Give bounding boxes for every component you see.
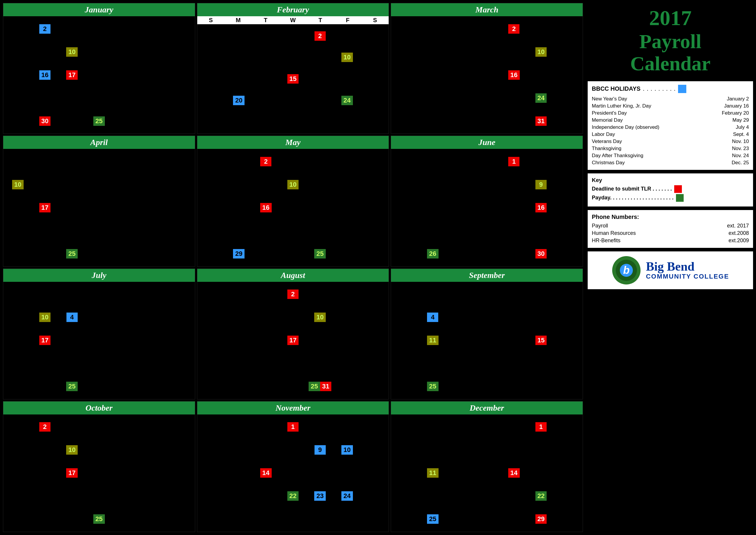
cal-cell	[225, 329, 252, 352]
cal-cell	[554, 375, 581, 398]
cal-cell	[334, 173, 361, 196]
cal-cell: 17	[280, 329, 307, 352]
month-february: FebruarySMTWTFS210152024	[197, 3, 389, 134]
cal-cell	[253, 329, 279, 352]
title-payroll: Payroll	[591, 30, 750, 53]
date-badge: 10	[12, 180, 23, 189]
cal-cell	[500, 196, 527, 219]
cal-cell: 1	[528, 416, 554, 438]
cal-cell	[199, 196, 225, 219]
holiday-row: Martin Luther King, Jr. DayJanuary 16	[592, 102, 749, 110]
date-badge: 29	[233, 249, 244, 259]
month-grid: 11114222529	[391, 414, 583, 532]
date-badge: 17	[39, 336, 50, 345]
cal-cell: 17	[59, 64, 85, 86]
cal-cell: 16	[528, 196, 554, 219]
cal-cell	[167, 462, 194, 485]
cal-cell	[419, 439, 446, 462]
deadline-square	[674, 185, 682, 193]
cal-cell	[554, 41, 581, 63]
cal-cell	[528, 439, 554, 462]
cal-cell: 25	[86, 110, 113, 132]
cal-cell	[419, 110, 446, 132]
cal-cell	[86, 150, 113, 173]
cal-cell	[554, 416, 581, 438]
cal-cell	[307, 150, 334, 173]
date-badge: 25	[427, 514, 438, 524]
cal-cell: 9	[528, 173, 554, 196]
cal-cell	[199, 508, 225, 531]
cal-cell	[500, 173, 527, 196]
cal-cell	[334, 150, 361, 173]
cal-cell	[113, 375, 140, 398]
cal-cell	[280, 111, 307, 133]
cal-cell	[280, 462, 307, 485]
holiday-name: Martin Luther King, Jr. Day	[592, 103, 651, 109]
cal-cell	[86, 462, 113, 485]
date-badge: 1	[535, 422, 547, 432]
cal-cell	[392, 462, 419, 485]
date-badge: 14	[260, 468, 271, 478]
cal-cell	[253, 173, 279, 196]
cal-cell	[361, 25, 388, 47]
cal-cell	[4, 17, 31, 40]
month-grid: 2101725	[3, 414, 195, 532]
cal-cell	[113, 173, 140, 196]
cal-cell	[500, 329, 527, 352]
cal-cell: 20	[225, 90, 252, 111]
date-badge: 11	[427, 336, 438, 345]
cal-cell	[361, 47, 388, 68]
cal-cell	[554, 485, 581, 508]
cal-cell	[473, 485, 500, 508]
cal-cell	[392, 485, 419, 508]
cal-cell: 17	[32, 196, 59, 219]
phone-value: ext.2008	[729, 230, 749, 236]
month-grid: 210162431	[391, 16, 583, 133]
cal-cell	[500, 508, 527, 531]
cal-cell	[140, 352, 167, 375]
cal-cell	[334, 352, 361, 375]
date-badge: 25	[66, 382, 77, 391]
cal-cell	[528, 64, 554, 86]
sidebar: 2017 Payroll Calendar BBCC HOLIDAYS. . .…	[585, 0, 756, 535]
cal-cell: 14	[253, 462, 279, 485]
svg-text:b: b	[623, 264, 630, 276]
cal-cell: 2	[253, 150, 279, 173]
month-grid: 191014222324	[197, 414, 389, 532]
cal-cell: 14	[500, 462, 527, 485]
cal-cell	[199, 111, 225, 133]
title-year: 2017	[591, 6, 750, 30]
cal-cell	[307, 47, 334, 68]
cal-cell: 25	[59, 242, 85, 265]
cal-cell	[473, 64, 500, 86]
cal-cell	[113, 416, 140, 438]
cal-cell	[419, 41, 446, 63]
cal-cell	[113, 150, 140, 173]
date-badge: 30	[39, 116, 50, 126]
holiday-name: Independence Day (observed)	[592, 125, 660, 130]
cal-cell	[140, 173, 167, 196]
cal-cell	[140, 110, 167, 132]
cal-cell	[199, 242, 225, 265]
cal-cell: 11	[419, 329, 446, 352]
cal-cell	[199, 306, 225, 329]
cal-cell	[528, 219, 554, 242]
date-badge: 10	[287, 180, 299, 189]
cal-cell	[167, 64, 194, 86]
cal-cell	[280, 508, 307, 531]
cal-cell: 30	[528, 242, 554, 265]
cal-cell	[225, 416, 252, 438]
cal-cell	[253, 25, 279, 47]
date-badge: 25	[66, 249, 77, 259]
cal-cell	[59, 219, 85, 242]
cal-cell	[225, 219, 252, 242]
cal-cell: 23	[307, 485, 334, 508]
cal-cell	[419, 416, 446, 438]
cal-cell	[225, 47, 252, 68]
cal-cell	[473, 439, 500, 462]
cal-cell: 2	[500, 17, 527, 40]
date-badge: 25	[93, 514, 104, 524]
cal-cell	[32, 485, 59, 508]
title-block: 2017 Payroll Calendar	[588, 3, 753, 78]
cal-cell	[528, 352, 554, 375]
